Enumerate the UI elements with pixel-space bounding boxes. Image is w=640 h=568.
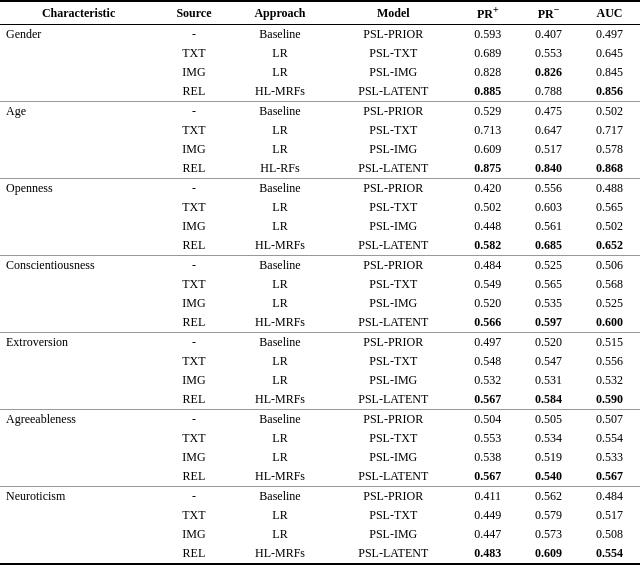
prminus-cell: 0.603 [518, 198, 579, 217]
approach-cell: Baseline [231, 410, 330, 430]
prplus-cell: 0.549 [457, 275, 518, 294]
auc-cell: 0.856 [579, 82, 640, 102]
characteristic-cell [0, 82, 157, 102]
prminus-cell: 0.579 [518, 506, 579, 525]
source-cell: - [157, 410, 231, 430]
source-cell: TXT [157, 198, 231, 217]
col-header-prminus: PR− [518, 1, 579, 25]
approach-cell: LR [231, 217, 330, 236]
model-cell: PSL-PRIOR [329, 487, 457, 507]
auc-cell: 0.567 [579, 467, 640, 487]
approach-cell: HL-MRFs [231, 82, 330, 102]
source-cell: TXT [157, 275, 231, 294]
prminus-cell: 0.505 [518, 410, 579, 430]
auc-cell: 0.497 [579, 25, 640, 45]
auc-cell: 0.515 [579, 333, 640, 353]
characteristic-cell: Agreeableness [0, 410, 157, 430]
characteristic-cell [0, 63, 157, 82]
characteristic-cell [0, 525, 157, 544]
approach-cell: Baseline [231, 256, 330, 276]
approach-cell: LR [231, 140, 330, 159]
source-cell: TXT [157, 506, 231, 525]
source-cell: IMG [157, 294, 231, 313]
prplus-cell: 0.502 [457, 198, 518, 217]
prminus-cell: 0.573 [518, 525, 579, 544]
approach-cell: LR [231, 371, 330, 390]
model-cell: PSL-PRIOR [329, 333, 457, 353]
approach-cell: HL-MRFs [231, 236, 330, 256]
model-cell: PSL-IMG [329, 217, 457, 236]
prminus-cell: 0.826 [518, 63, 579, 82]
characteristic-cell [0, 44, 157, 63]
prminus-cell: 0.475 [518, 102, 579, 122]
prplus-cell: 0.689 [457, 44, 518, 63]
model-cell: PSL-LATENT [329, 159, 457, 179]
approach-cell: HL-MRFs [231, 390, 330, 410]
characteristic-cell [0, 390, 157, 410]
auc-cell: 0.845 [579, 63, 640, 82]
characteristic-cell: Extroversion [0, 333, 157, 353]
approach-cell: LR [231, 275, 330, 294]
auc-cell: 0.600 [579, 313, 640, 333]
prplus-cell: 0.567 [457, 467, 518, 487]
prplus-cell: 0.484 [457, 256, 518, 276]
approach-cell: LR [231, 44, 330, 63]
source-cell: TXT [157, 352, 231, 371]
source-cell: REL [157, 544, 231, 564]
characteristic-cell [0, 467, 157, 487]
source-cell: IMG [157, 525, 231, 544]
model-cell: PSL-LATENT [329, 544, 457, 564]
approach-cell: LR [231, 429, 330, 448]
prminus-cell: 0.553 [518, 44, 579, 63]
characteristic-cell: Openness [0, 179, 157, 199]
source-cell: - [157, 333, 231, 353]
auc-cell: 0.554 [579, 429, 640, 448]
source-cell: REL [157, 390, 231, 410]
source-cell: IMG [157, 448, 231, 467]
prminus-cell: 0.562 [518, 487, 579, 507]
characteristic-cell [0, 275, 157, 294]
source-cell: - [157, 487, 231, 507]
model-cell: PSL-LATENT [329, 236, 457, 256]
prminus-cell: 0.556 [518, 179, 579, 199]
approach-cell: HL-MRFs [231, 544, 330, 564]
prminus-cell: 0.525 [518, 256, 579, 276]
auc-cell: 0.645 [579, 44, 640, 63]
prplus-cell: 0.532 [457, 371, 518, 390]
source-cell: IMG [157, 140, 231, 159]
model-cell: PSL-TXT [329, 44, 457, 63]
approach-cell: Baseline [231, 25, 330, 45]
characteristic-cell: Neuroticism [0, 487, 157, 507]
prplus-cell: 0.520 [457, 294, 518, 313]
prplus-cell: 0.553 [457, 429, 518, 448]
prplus-cell: 0.609 [457, 140, 518, 159]
approach-cell: LR [231, 525, 330, 544]
auc-cell: 0.506 [579, 256, 640, 276]
model-cell: PSL-IMG [329, 448, 457, 467]
prplus-cell: 0.529 [457, 102, 518, 122]
auc-cell: 0.554 [579, 544, 640, 564]
model-cell: PSL-IMG [329, 140, 457, 159]
approach-cell: Baseline [231, 333, 330, 353]
model-cell: PSL-PRIOR [329, 102, 457, 122]
approach-cell: HL-MRFs [231, 467, 330, 487]
prminus-cell: 0.609 [518, 544, 579, 564]
prplus-cell: 0.713 [457, 121, 518, 140]
prminus-cell: 0.534 [518, 429, 579, 448]
prminus-cell: 0.565 [518, 275, 579, 294]
prminus-cell: 0.561 [518, 217, 579, 236]
prplus-cell: 0.828 [457, 63, 518, 82]
characteristic-cell [0, 236, 157, 256]
col-header-characteristic: Characteristic [0, 1, 157, 25]
prminus-cell: 0.519 [518, 448, 579, 467]
characteristic-cell [0, 217, 157, 236]
prplus-cell: 0.875 [457, 159, 518, 179]
prplus-cell: 0.885 [457, 82, 518, 102]
source-cell: REL [157, 82, 231, 102]
source-cell: REL [157, 236, 231, 256]
approach-cell: LR [231, 198, 330, 217]
characteristic-cell [0, 198, 157, 217]
model-cell: PSL-LATENT [329, 467, 457, 487]
auc-cell: 0.556 [579, 352, 640, 371]
auc-cell: 0.508 [579, 525, 640, 544]
